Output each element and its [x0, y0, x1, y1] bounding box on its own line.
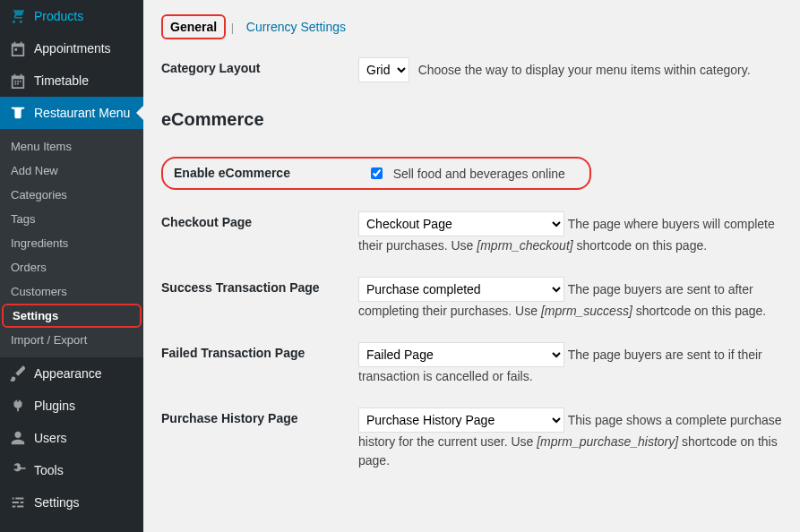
label-failed-page: Failed Transaction Page: [161, 342, 358, 360]
calendar-grid-icon: [9, 72, 27, 90]
submenu-item-ingredients[interactable]: Ingredients: [0, 231, 143, 255]
sidebar-item-label: Appearance: [34, 366, 102, 381]
submenu-item-add-new[interactable]: Add New: [0, 159, 143, 183]
select-category-layout[interactable]: Grid: [358, 57, 409, 82]
row-enable-ecommerce: Enable eCommerce Sell food and beverages…: [161, 157, 591, 190]
tab-general[interactable]: General: [161, 14, 226, 39]
submenu-item-settings[interactable]: Settings: [2, 304, 142, 328]
sidebar-item-label: Tools: [34, 463, 64, 477]
submenu-item-customers[interactable]: Customers: [0, 279, 143, 304]
select-failed-page[interactable]: Failed Page: [358, 342, 564, 367]
sidebar-item-label: Restaurant Menu: [34, 106, 130, 120]
settings-tabs: General | Currency Settings: [161, 14, 782, 39]
submenu-item-categories[interactable]: Categories: [0, 183, 143, 207]
submenu-item-import-export[interactable]: Import / Export: [0, 328, 143, 352]
control-enable-ecommerce: Sell food and beverages online: [371, 166, 565, 181]
desc-category-layout: Choose the way to display your menu item…: [418, 63, 751, 77]
label-category-layout: Category Layout: [161, 57, 358, 75]
label-enable-ecommerce: Enable eCommerce: [174, 166, 371, 180]
checkbox-label-enable-ecommerce: Sell food and beverages online: [393, 167, 565, 181]
shortcode-success: [mprm_success]: [541, 304, 632, 318]
sidebar-item-label: Appointments: [34, 41, 111, 56]
row-success-page: Success Transaction Page Purchase comple…: [161, 277, 782, 321]
control-success-page: Purchase completed The page buyers are s…: [358, 277, 782, 321]
sidebar-item-tools[interactable]: Tools: [0, 454, 143, 486]
sidebar-item-label: Plugins: [34, 399, 75, 413]
select-success-page[interactable]: Purchase completed: [358, 277, 564, 302]
label-success-page: Success Transaction Page: [161, 277, 358, 295]
row-failed-page: Failed Transaction Page Failed Page The …: [161, 342, 782, 386]
sidebar-item-products[interactable]: Products: [0, 0, 143, 32]
control-history-page: Purchase History Page This page shows a …: [358, 408, 782, 470]
heading-ecommerce: eCommerce: [161, 109, 782, 130]
shortcode-history: [mprm_purchase_history]: [537, 434, 678, 449]
sidebar-item-appearance[interactable]: Appearance: [0, 357, 143, 390]
plug-icon: [9, 397, 27, 415]
control-checkout-page: Checkout Page The page where buyers will…: [358, 211, 782, 255]
row-history-page: Purchase History Page Purchase History P…: [161, 408, 782, 470]
sidebar-item-timetable[interactable]: Timetable: [0, 64, 143, 97]
desc-success-after: shortcode on this page.: [632, 304, 766, 318]
sidebar-item-restaurant-menu[interactable]: Restaurant Menu: [0, 97, 143, 129]
calendar-icon: [9, 39, 27, 57]
select-history-page[interactable]: Purchase History Page: [358, 408, 564, 433]
submenu-item-tags[interactable]: Tags: [0, 207, 143, 231]
row-category-layout: Category Layout Grid Choose the way to d…: [161, 57, 782, 82]
sidebar-submenu: Menu Items Add New Categories Tags Ingre…: [0, 129, 143, 357]
wrench-icon: [9, 461, 27, 479]
checkbox-enable-ecommerce[interactable]: [371, 167, 383, 179]
sliders-icon: [9, 493, 27, 511]
tab-separator: |: [231, 21, 234, 34]
sidebar-item-global-settings[interactable]: Settings: [0, 486, 143, 519]
submenu-item-orders[interactable]: Orders: [0, 255, 143, 279]
tab-currency-settings[interactable]: Currency Settings: [239, 14, 353, 39]
sidebar-item-plugins[interactable]: Plugins: [0, 390, 143, 422]
control-failed-page: Failed Page The page buyers are sent to …: [358, 342, 782, 386]
cart-icon: [9, 7, 27, 25]
admin-sidebar: Products Appointments Timetable Restaura…: [0, 0, 143, 532]
sidebar-item-appointments[interactable]: Appointments: [0, 32, 143, 64]
sidebar-item-label: Users: [34, 431, 67, 445]
sidebar-item-label: Timetable: [34, 73, 89, 88]
desc-checkout-after: shortcode on this page.: [573, 238, 707, 253]
control-category-layout: Grid Choose the way to display your menu…: [358, 57, 782, 82]
sidebar-item-label: Products: [34, 9, 83, 23]
brush-icon: [9, 365, 27, 382]
label-history-page: Purchase History Page: [161, 408, 358, 425]
sidebar-item-users[interactable]: Users: [0, 422, 143, 454]
food-icon: [9, 104, 27, 122]
shortcode-checkout: [mprm_checkout]: [477, 238, 572, 253]
label-checkout-page: Checkout Page: [161, 211, 358, 229]
sidebar-item-label: Settings: [34, 495, 80, 510]
submenu-item-menu-items[interactable]: Menu Items: [0, 134, 143, 159]
select-checkout-page[interactable]: Checkout Page: [358, 211, 564, 236]
row-checkout-page: Checkout Page Checkout Page The page whe…: [161, 211, 782, 255]
content-area: General | Currency Settings Category Lay…: [143, 0, 800, 532]
user-icon: [9, 429, 27, 447]
